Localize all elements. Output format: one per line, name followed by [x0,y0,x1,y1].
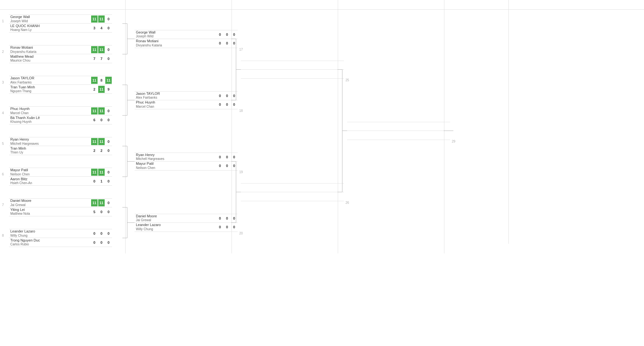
team-row [347,131,450,140]
rounds-header [0,0,644,10]
score-cell: 9 [105,86,112,93]
match-block: 6Mayur PatilNeilson Chen11110Aaron Blitz… [9,168,112,186]
player-name-2: Joseph Wild [136,35,215,38]
score-cell: 0 [224,215,230,222]
team-row: George WallJoseph Wild000 [135,30,238,39]
match-block: 1George WallJoseph Wild11110LE QUOC KHAN… [9,15,112,33]
score-cell: 0 [105,199,112,206]
score-cell: 0 [217,153,223,161]
team-row [241,192,344,201]
player-name-2: Neilson Chen [10,173,90,176]
player-name-2: Matthew Nola [10,212,90,216]
score-cell: 0 [105,208,112,215]
player-label: Leander LazaroWilly Chung [135,223,216,231]
score-cell: 11 [91,107,98,114]
player-name-2: Divyanshu Kataria [10,50,90,54]
player-label: George WallJoseph Wild [9,15,91,23]
score-cell: 0 [217,40,223,47]
match-block: George WallJoseph Wild000Ronav MotianiDi… [135,30,238,48]
team-row: LE QUOC KHANHHoang Nam Ly340 [9,24,112,33]
score-cell: 7 [91,55,98,62]
score-cell: 0 [98,239,105,246]
score-cell: 0 [105,178,112,185]
score-cell: 0 [217,215,223,222]
team-row: Bá Thanh Xuân LêKhuong Huynh600 [9,115,112,124]
seed-number: 7 [2,203,4,207]
team-row: Mayur PatilNeilson Chen11110 [9,168,112,177]
player-label: Matthew MeadMaurice Chou [9,54,91,63]
score-cell: 0 [98,208,105,215]
player-name-2: Marcel Chan [10,111,90,115]
team-row [241,183,344,192]
team-row: Jason TAYLORAlex Fairbanks11811 [9,76,112,85]
player-name-2: Jai Grewal [136,218,215,222]
score-cell: 11 [98,199,105,206]
player-label: Mayur PatilNeilson Chen [9,168,91,176]
score-cell: 0 [224,31,230,38]
seed-number: 4 [2,111,4,115]
team-row: George WallJoseph Wild11110 [9,15,112,24]
score-cell: 0 [105,230,112,237]
player-name-2: Hsieh Chen-An [10,181,90,185]
player-name-1: Jason TAYLOR [10,76,90,80]
player-name-1: George Wall [136,30,215,35]
player-label: Ronav MotianiDivyanshu Kataria [135,39,216,47]
score-cell: 0 [224,153,230,161]
team-row: Daniel MooreJai Grewal11110 [9,198,112,207]
team-row: Mayur PatilNeilson Chen000 [135,162,238,171]
seed-number: 2 [2,50,4,54]
player-name-2: Joseph Wild [10,19,90,23]
score-cell: 11 [91,199,98,206]
team-row: Ryan HenryMitchell Hargreaves11110 [9,137,112,146]
team-row: Phuc HuynhMarcel Chan11110 [9,106,112,115]
player-label: Ronav MotianiDivyanshu Kataria [9,45,91,54]
player-label: Jason TAYLORAlex Fairbanks [135,92,216,100]
team-row: Leander LazaroWilly Chung000 [9,229,112,238]
score-cell: 0 [217,92,223,99]
team-row [347,122,450,131]
player-label: Ryan HenryMitchell Hargreaves [135,153,216,161]
team-row: Aaron BlitzHsieh Chen-An010 [9,177,112,186]
player-name-1: Ryan Henry [10,137,90,142]
seed-number: 8 [2,233,4,237]
score-cell: 0 [217,223,223,231]
player-name-1: Phuc Huynh [10,107,90,111]
player-name-2: Mitchell Hargreaves [136,157,215,161]
score-cell: 1 [98,178,105,185]
player-name-2: Nguyen Thang [10,89,90,93]
score-cell: 11 [91,138,98,145]
player-name-1: Mayur Patil [136,162,215,166]
player-label: Daniel MooreJai Grewal [9,199,91,207]
team-row [241,61,344,70]
player-name-2: Maurice Chou [10,59,90,63]
team-row: Daniel MooreJai Grewal000 [135,214,238,223]
finals-column [444,10,509,253]
score-cell: 11 [98,138,105,145]
score-cell: 0 [217,101,223,108]
player-name-2: Willy Chung [10,234,90,238]
player-label: Daniel MooreJai Grewal [135,214,216,222]
round16-column: George WallJoseph Wild000Ronav MotianiDi… [126,10,232,253]
player-label: Bá Thanh Xuân LêKhuong Huynh [9,116,91,124]
match-block: 2Ronav MotianiDivyanshu Kataria11110Matt… [9,45,112,63]
score-cell: 3 [91,25,98,32]
player-name-2: Hoang Nam Ly [10,28,90,32]
player-label: Phuc HuynhMarcel Chan [135,100,216,108]
team-row: Ronav MotianiDivyanshu Kataria000 [135,39,238,48]
player-name-2: Carlos Rubio [10,242,90,246]
score-cell: 11 [105,77,112,84]
score-cell: 0 [105,55,112,62]
player-name-2: Marcel Chan [136,105,215,109]
score-cell: 11 [98,107,105,114]
score-cell: 0 [217,31,223,38]
player-name-1: Bá Thanh Xuân Lê [10,116,90,120]
score-cell: 4 [98,25,105,32]
score-cell: 11 [98,86,105,93]
team-row: Phuc HuynhMarcel Chan000 [135,100,238,109]
player-name-1: Daniel Moore [136,214,215,218]
player-name-2: Jai Grewal [10,203,90,207]
match-block: Ryan HenryMitchell Hargreaves000Mayur Pa… [135,153,238,171]
player-label: Ryan HenryMitchell Hargreaves [9,137,91,145]
score-cell: 0 [105,239,112,246]
player-name-1: Trong Nguyen Duc [10,238,90,242]
